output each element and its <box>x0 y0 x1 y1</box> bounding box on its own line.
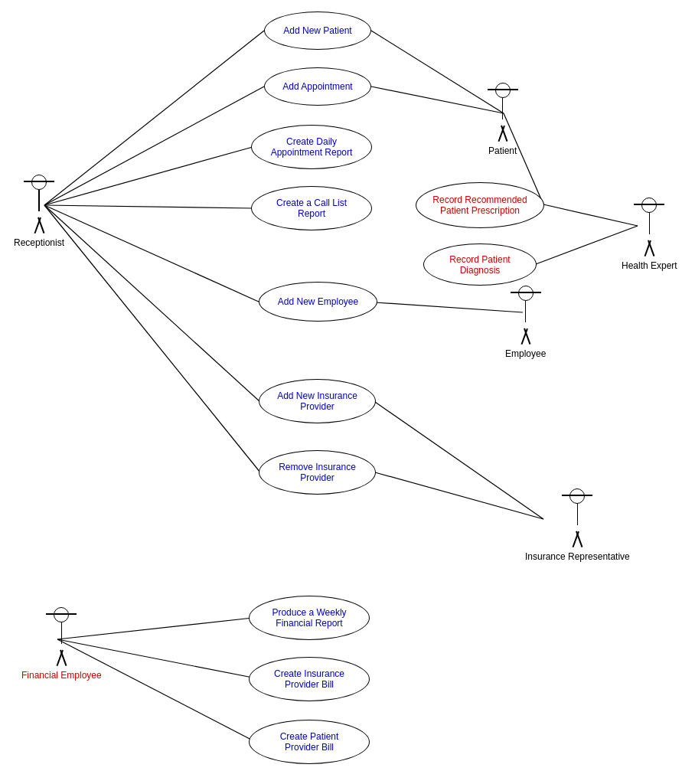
actor-health-expert-legs <box>648 240 651 257</box>
use-case-add-new-patient: Add New Patient <box>264 11 371 50</box>
actor-health-expert-label: Health Expert <box>622 260 677 271</box>
use-case-create-call-list: Create a Call ListReport <box>251 186 372 230</box>
actor-employee-torso <box>525 301 527 322</box>
svg-line-6 <box>44 205 260 472</box>
actor-patient-head <box>495 83 511 98</box>
actor-financial-employee: Financial Employee <box>21 607 102 681</box>
svg-line-2 <box>44 147 253 205</box>
use-case-record-diagnosis: Record PatientDiagnosis <box>423 243 537 286</box>
svg-line-0 <box>44 31 264 205</box>
use-case-create-insurance-bill: Create InsuranceProvider Bill <box>249 657 370 701</box>
actor-patient-arms <box>488 89 518 90</box>
actor-health-expert: Health Expert <box>622 198 677 271</box>
actor-insurance-rep-torso <box>577 504 579 525</box>
actor-employee-legs <box>524 328 527 345</box>
actor-patient-label: Patient <box>488 145 517 156</box>
svg-line-5 <box>44 205 260 402</box>
actor-health-expert-torso <box>649 213 651 234</box>
actor-employee-arms <box>511 292 541 293</box>
svg-line-3 <box>44 205 253 208</box>
actor-insurance-rep-legs <box>576 531 579 548</box>
use-case-add-new-insurance: Add New InsuranceProvider <box>259 379 376 423</box>
actor-financial-employee-legs <box>60 650 64 667</box>
actor-insurance-rep-arms <box>562 495 592 496</box>
use-case-diagram: Receptionist Patient <box>0 0 682 784</box>
use-case-create-patient-bill: Create PatientProvider Bill <box>249 720 370 764</box>
actor-insurance-rep-head <box>569 488 585 504</box>
actor-financial-employee-torso <box>61 622 63 644</box>
svg-line-7 <box>371 31 504 113</box>
actor-receptionist-label: Receptionist <box>14 237 64 248</box>
svg-line-1 <box>44 87 264 205</box>
actor-health-expert-arms <box>634 204 664 205</box>
actor-patient-legs <box>501 126 504 142</box>
actor-receptionist-torso <box>38 190 40 211</box>
actor-patient: Patient <box>488 83 517 156</box>
use-case-create-daily-report: Create DailyAppointment Report <box>251 125 372 169</box>
actor-receptionist-legs <box>38 217 41 234</box>
use-case-remove-insurance: Remove InsuranceProvider <box>259 450 376 495</box>
actor-insurance-rep: Insurance Representative <box>525 488 630 562</box>
actor-employee: Employee <box>505 286 546 359</box>
actor-patient-torso <box>502 98 504 119</box>
actor-employee-label: Employee <box>505 348 546 359</box>
svg-line-8 <box>371 87 504 113</box>
actor-financial-employee-label: Financial Employee <box>21 670 102 681</box>
actor-receptionist-head <box>31 175 47 190</box>
svg-line-4 <box>44 205 260 302</box>
actor-receptionist: Receptionist <box>14 175 64 248</box>
svg-line-14 <box>375 472 543 519</box>
actor-financial-employee-head <box>54 607 69 622</box>
use-case-add-appointment: Add Appointment <box>264 67 371 106</box>
actor-employee-head <box>518 286 534 301</box>
actor-financial-employee-arms <box>46 613 77 615</box>
actor-receptionist-arms <box>24 181 54 182</box>
use-case-record-recommended: Record RecommendedPatient Prescription <box>416 182 544 228</box>
actor-insurance-rep-label: Insurance Representative <box>525 551 630 562</box>
actor-health-expert-head <box>641 198 657 213</box>
use-case-produce-weekly: Produce a WeeklyFinancial Report <box>249 596 370 640</box>
use-case-add-new-employee: Add New Employee <box>259 282 377 322</box>
svg-line-13 <box>375 402 543 519</box>
svg-line-12 <box>375 302 523 312</box>
